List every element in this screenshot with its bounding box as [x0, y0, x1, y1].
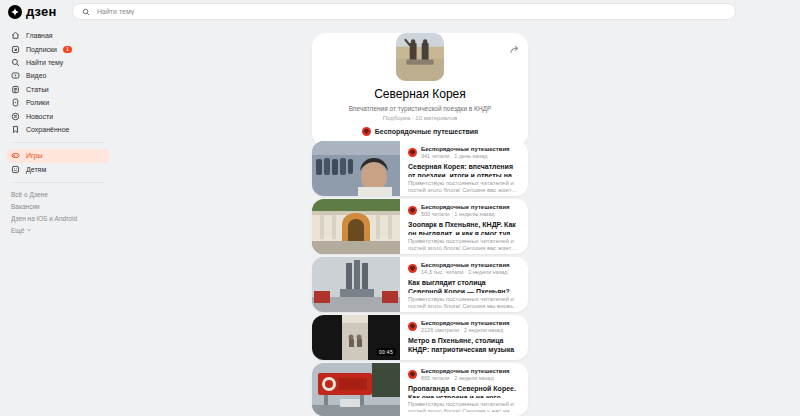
channel-name[interactable]: Беспорядочные путешествия	[421, 262, 510, 268]
article-title[interactable]: Северная Корея: впечатления от поездки, …	[408, 162, 520, 177]
sidebar-footer: Всё о Дзене Вакансии Дзен на iOS и Andro…	[6, 189, 110, 241]
chevron-down-icon	[26, 227, 32, 233]
bookmark-icon	[11, 125, 20, 134]
channel-avatar	[408, 206, 417, 215]
sidebar-item-label: Игры	[26, 152, 43, 159]
sidebar-item-home[interactable]: Главная	[6, 29, 110, 42]
footer-link-about[interactable]: Всё о Дзене	[11, 191, 105, 198]
video-duration-badge: 00:45	[376, 348, 396, 356]
channel-avatar	[408, 322, 417, 331]
sidebar-item-label: Новости	[26, 113, 53, 120]
channel-avatar	[408, 370, 417, 379]
kids-icon	[11, 165, 20, 174]
article-card[interactable]: Беспорядочные путешествия 500 читали · 1…	[312, 199, 528, 254]
sidebar-item-news[interactable]: Новости	[6, 109, 110, 122]
video-card[interactable]: 00:45 Беспорядочные путешествия 2126 смо…	[312, 315, 528, 360]
footer-link-jobs[interactable]: Вакансии	[11, 203, 105, 210]
main-content: Северная Корея Впечатления от туристичес…	[312, 24, 528, 147]
footer-link-more[interactable]: Ещё	[11, 227, 105, 234]
article-stats: 341 читали · 1 день назад	[421, 153, 510, 159]
collection-cover-image	[396, 33, 444, 81]
channel-name[interactable]: Беспорядочные путешествия	[421, 368, 510, 374]
search-bar[interactable]	[72, 3, 736, 20]
sidebar-item-label: Главная	[26, 32, 53, 39]
sidebar: Главная Подписки 1 Найти тему Видео Стат…	[6, 29, 110, 241]
article-title[interactable]: Пропаганда в Северной Корее. Как она уст…	[408, 384, 520, 398]
channel-avatar	[408, 148, 417, 157]
collection-title: Северная Корея	[312, 87, 528, 101]
collection-card: Северная Корея Впечатления от туристичес…	[312, 33, 528, 147]
search-icon	[82, 8, 90, 16]
collection-meta: Подборка · 10 материалов	[312, 115, 528, 121]
sidebar-item-subscriptions[interactable]: Подписки 1	[6, 42, 110, 55]
footer-link-apps[interactable]: Дзен на iOS и Android	[11, 215, 105, 222]
sidebar-item-articles[interactable]: Статьи	[6, 83, 110, 96]
article-stats: 2126 смотрели · 2 недели назад	[421, 327, 510, 333]
article-stats: 14,3 тыс. читали · 2 недели назад	[421, 269, 510, 275]
sidebar-item-saved[interactable]: Сохранённое	[6, 123, 110, 136]
article-snippet: Приветствую постоянных читателей и госте…	[408, 296, 520, 308]
sidebar-item-clips[interactable]: Ролики	[6, 96, 110, 109]
sidebar-item-games[interactable]: Игры	[6, 149, 110, 162]
channel-name[interactable]: Беспорядочные путешествия	[421, 146, 510, 152]
collection-channel-link[interactable]: Беспорядочные путешествия	[312, 127, 528, 136]
dzen-logo-text: дзен	[26, 4, 57, 19]
article-snippet: Приветствую постоянных читателей и госте…	[408, 180, 520, 192]
channel-avatar	[362, 127, 371, 136]
article-title[interactable]: Зоопарк в Пхеньяне, КНДР. Как он выгляди…	[408, 220, 520, 235]
subscriptions-badge: 1	[63, 46, 72, 53]
article-card[interactable]: Беспорядочные путешествия 865 читали · 2…	[312, 363, 528, 416]
sidebar-divider	[11, 142, 105, 143]
sidebar-item-label: Детям	[26, 166, 46, 173]
search-topic-icon	[11, 58, 20, 67]
games-icon	[11, 151, 20, 160]
article-stats: 500 читали · 1 неделю назад	[421, 211, 510, 217]
dzen-app: дзен Главная Подписки 1 Найти тему Видео	[0, 0, 800, 416]
article-thumbnail	[312, 363, 400, 416]
article-title[interactable]: Как выглядит столица Северной Кореи — Пх…	[408, 278, 520, 293]
article-thumbnail	[312, 257, 400, 312]
home-icon	[11, 31, 20, 40]
sidebar-item-label: Ролики	[26, 99, 49, 106]
sidebar-item-kids[interactable]: Детям	[6, 163, 110, 176]
article-snippet: Приветствую постоянных читателей и госте…	[408, 401, 520, 412]
subscriptions-icon	[11, 45, 20, 54]
article-thumbnail	[312, 141, 400, 196]
dzen-logo-icon	[8, 5, 22, 19]
video-icon	[11, 71, 20, 80]
share-icon[interactable]	[509, 41, 520, 59]
video-thumbnail: 00:45	[312, 315, 400, 360]
video-title[interactable]: Метро в Пхеньяне, столица КНДР: патриоти…	[408, 336, 520, 356]
sidebar-item-find-topic[interactable]: Найти тему	[6, 56, 110, 69]
article-card[interactable]: Беспорядочные путешествия 14,3 тыс. чита…	[312, 257, 528, 312]
dzen-logo[interactable]: дзен	[8, 4, 57, 19]
sidebar-item-label: Найти тему	[26, 59, 63, 66]
article-thumbnail	[312, 199, 400, 254]
channel-avatar	[408, 264, 417, 273]
sidebar-item-label: Сохранённое	[26, 126, 69, 133]
articles-icon	[11, 85, 20, 94]
article-snippet: Приветствую постоянных читателей и госте…	[408, 238, 520, 250]
search-input[interactable]	[95, 7, 726, 16]
news-icon	[11, 112, 20, 121]
clips-icon	[11, 98, 20, 107]
sidebar-item-label: Видео	[26, 72, 46, 79]
sidebar-item-label: Статьи	[26, 86, 49, 93]
sidebar-item-video[interactable]: Видео	[6, 69, 110, 82]
channel-name: Беспорядочные путешествия	[375, 128, 478, 135]
footer-link-more-label: Ещё	[11, 227, 24, 234]
sidebar-item-label: Подписки	[26, 46, 57, 53]
channel-name[interactable]: Беспорядочные путешествия	[421, 204, 510, 210]
article-card[interactable]: Беспорядочные путешествия 341 читали · 1…	[312, 141, 528, 196]
article-stats: 865 читали · 2 недели назад	[421, 375, 510, 381]
sidebar-divider	[11, 182, 105, 183]
collection-subtitle: Впечатления от туристической поездки в К…	[312, 105, 528, 112]
channel-name[interactable]: Беспорядочные путешествия	[421, 320, 510, 326]
